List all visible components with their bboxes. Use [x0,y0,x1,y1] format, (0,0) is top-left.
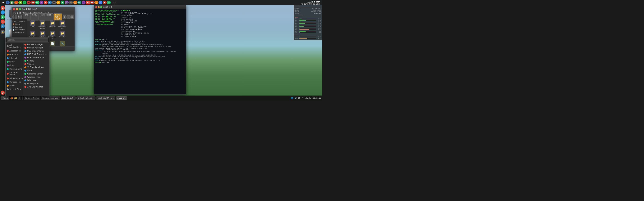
category-programming[interactable]: Programming [6,67,22,71]
launcher-browser-icon[interactable]: 🌐 [0,10,5,14]
task-themes-icons[interactable]: [themes-icons-pac... [41,96,60,100]
file-item-git[interactable]: 🔧 git.sh [58,40,67,46]
terminal-body[interactable]: MMMMMMMMMMMMMMMMMMMMMMMMMMMMMd+. MMm-:::… [94,9,186,94]
launcher-download-icon[interactable]: ⬇ [0,15,5,19]
camera-icon[interactable]: 📸 [69,0,73,4]
task-erikdubois[interactable]: erikdubois/Sardi-... [76,96,96,100]
app-item-usb-formatter[interactable]: USB Stick Formatter [23,53,49,56]
app-item-windows[interactable]: Windows [23,79,49,82]
close-button[interactable] [13,8,15,10]
app-item-update-manager[interactable]: Update Manager [23,43,49,46]
category-places[interactable]: Places [6,84,22,87]
file-item-sardi[interactable]: 📁 Sardi [28,20,37,29]
file-item-faenza[interactable]: 📁 Sardi Faenza Black [38,20,47,29]
red2-icon[interactable]: ■ [103,0,106,4]
chat-icon[interactable]: 💬 [78,0,81,4]
sardi-black-icon[interactable]: ■ [1,1,5,4]
activity-monitor-icon[interactable]: 📊 [10,0,14,4]
app-search-input[interactable] [7,38,48,42]
app-item-window-tiling[interactable]: Window Tiling [23,75,49,79]
sidebar-desktop[interactable]: 🖥 Desktop [12,26,27,28]
app-item-workspaces[interactable]: Workspaces [23,82,49,85]
green-icon[interactable]: ● [60,0,64,4]
app-item-welcome[interactable]: Welcome Screen [23,72,49,75]
file-item-flat[interactable]: 📁 Sardi Flat [48,20,57,29]
spotify-icon[interactable]: ♫ [22,0,26,4]
forward-button[interactable]: → [15,15,17,19]
transmission-icon[interactable]: M [31,0,35,4]
green2-icon[interactable]: ⊙ [107,0,111,4]
category-internet[interactable]: Internet [6,56,22,60]
manjaro-icon[interactable]: M [35,0,39,4]
keyboard-icon[interactable]: EN [298,96,301,100]
category-graphics[interactable]: Graphics [6,53,22,56]
category-accessories[interactable]: Accessories [6,49,22,53]
view-grid-icon[interactable]: ≡ [66,15,70,19]
chrome-icon[interactable]: G [98,0,102,4]
category-sound-video[interactable]: Sound & Video [6,71,22,77]
file-item-red[interactable]: 📁 Sardi Red [58,30,67,40]
term-max-btn[interactable] [100,6,102,8]
refresh-button[interactable]: ⟳ [20,15,22,19]
category-all-applications[interactable]: All Applications [6,43,22,49]
menu-button[interactable]: Menu [1,96,10,100]
menu-edit[interactable]: Edit [17,12,21,14]
network-icon[interactable]: 🌐 [290,96,294,100]
taskbar-terminal-icon[interactable]: $ [18,96,21,100]
app-item-upload-manager[interactable]: Upload Manager [23,46,49,49]
launcher-power-icon[interactable]: ⏻ [0,91,5,95]
volume-icon[interactable]: 🔊 [294,96,297,100]
back-button[interactable]: ← [12,15,14,19]
app-item-variety[interactable]: Variety [23,59,49,62]
view-details-icon[interactable]: ▤ [70,15,74,19]
blue-icon[interactable]: ◉ [48,0,52,4]
taskbar-firefox-icon[interactable]: 🦊 [10,96,13,100]
mail-icon[interactable]: ✉ [27,0,31,4]
task-scrot[interactable]: scrot -d 5 [116,96,127,100]
category-recent-files[interactable]: Recent Files [6,87,22,91]
app-item-users-groups[interactable]: Users and Groups [23,56,49,59]
app-item-vuze[interactable]: Vuze [23,69,49,72]
sidebar-home[interactable]: 🏠 Home [12,23,27,26]
ss-badge[interactable]: $S [112,0,117,4]
suse-icon[interactable]: S [18,0,22,4]
launcher-menu-icon[interactable]: ☰ [0,6,5,10]
mail2-icon[interactable]: 📧 [90,0,94,4]
minimize-button[interactable] [16,8,18,10]
term-min-btn[interactable] [98,6,100,8]
maximize-button[interactable] [18,8,21,10]
folder-icon[interactable]: 📁 [56,0,60,4]
task-erik-hp[interactable]: erik@Erik-HP: ~/Co... [96,96,116,100]
pencil-icon[interactable]: ✏ [40,0,43,4]
category-preferences[interactable]: Preferences [6,80,22,84]
up-button[interactable]: ↑ [18,15,20,19]
file-item-flatblack[interactable]: 📁 Sardi Flat Black [58,20,67,29]
red-circle-icon[interactable]: ■ [86,0,90,4]
app-item-videos[interactable]: Videos [23,62,49,66]
launcher-settings-icon[interactable]: ⚙ [0,19,5,24]
orange-icon[interactable]: 🔥 [94,0,98,4]
anchor-icon[interactable]: ⚓ [6,0,10,4]
sidebar-downloads[interactable]: ⬇ Downloads [12,31,27,34]
taskbar-folder-icon[interactable]: 📁 [14,96,17,100]
screenshot-icon[interactable]: 📷 [65,0,68,4]
gear-icon[interactable]: ⚙ [52,0,56,4]
sidebar-documents[interactable]: 📄 Documents [12,28,27,31]
circle-icon[interactable]: ◯ [73,0,77,4]
category-office[interactable]: Office [6,60,22,64]
category-other[interactable]: Other [6,64,22,67]
menu-file[interactable]: File [12,12,16,14]
app-item-vlc[interactable]: VLC media player [23,66,49,69]
category-administration[interactable]: Administration [6,77,22,80]
red-icon[interactable]: ◉ [44,0,48,4]
task-extra-numix[interactable]: [Extra in Numix [24,96,40,100]
app-item-xml-copy[interactable]: XML Copy Editor [23,85,49,88]
music-icon[interactable]: ♪ [82,0,86,4]
launcher-terminal-icon[interactable]: $ [0,24,5,28]
view-list-icon[interactable]: ⊞ [63,15,66,19]
app-item-usb-image[interactable]: USB Image Writer [23,49,49,53]
firefox-icon[interactable]: 🦊 [14,0,18,4]
launcher-lock-icon[interactable]: 🔒 [0,30,5,34]
term-close-btn[interactable] [95,6,97,8]
task-sardi-git[interactable]: Sardi Git 3.3.4 [61,96,76,100]
